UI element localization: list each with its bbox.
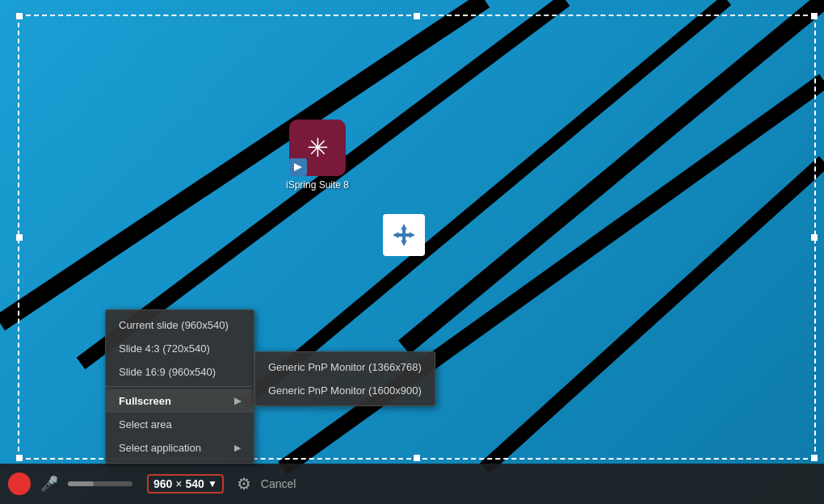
settings-icon[interactable]: ⚙ [237,474,251,494]
dimension-box: 960 × 540 ▼ [147,474,224,494]
volume-fill [68,481,94,486]
menu-divider-1 [106,386,254,387]
submenu-item-monitor-2[interactable]: Generic PnP Monitor (1600x900) [255,379,435,402]
select-app-arrow-icon: ▶ [234,443,241,453]
handle-ml[interactable] [16,234,23,241]
app-icon-ispring[interactable]: ✳ iSpring Suite 8 [281,120,354,191]
fullscreen-submenu: Generic PnP Monitor (1366x768) Generic P… [254,351,435,406]
svg-marker-12 [294,163,302,171]
handle-tc[interactable] [414,13,420,19]
microphone-icon[interactable]: 🎤 [40,475,58,493]
width-value[interactable]: 960 [153,477,172,490]
height-value[interactable]: 540 [186,477,204,490]
handle-mr[interactable] [811,234,818,241]
dimension-dropdown-icon[interactable]: ▼ [208,478,217,489]
handle-tr[interactable] [811,13,818,19]
handle-br[interactable] [811,455,818,461]
record-button[interactable] [8,472,31,495]
taskbar: 🎤 960 × 540 ▼ ⚙ Cancel [0,464,824,504]
app-icon-image: ✳ [289,120,346,176]
menu-item-slide-169[interactable]: Slide 16:9 (960x540) [106,360,254,384]
menu-item-fullscreen[interactable]: Fullscreen ▶ [106,389,254,413]
app-icon-label: iSpring Suite 8 [286,179,349,191]
main-context-menu: Current slide (960x540) Slide 4:3 (720x5… [105,309,254,464]
handle-bl[interactable] [16,455,23,461]
menu-item-slide-43[interactable]: Slide 4:3 (720x540) [106,337,254,360]
svg-line-0 [0,0,485,323]
handle-tl[interactable] [16,13,23,19]
app-icon-badge [289,158,307,176]
arrow-icon: ▶ [234,396,241,406]
move-cursor-icon [383,214,425,256]
submenu-item-monitor-1[interactable]: Generic PnP Monitor (1366x768) [255,355,435,379]
svg-rect-11 [397,233,410,237]
volume-bar[interactable] [68,481,132,486]
menu-item-select-area[interactable]: Select area [106,413,254,436]
cancel-button[interactable]: Cancel [261,477,296,490]
context-menu-container: Current slide (960x540) Slide 4:3 (720x5… [105,309,435,464]
dimension-separator: × [175,477,182,490]
menu-item-select-application[interactable]: Select application ▶ [106,436,254,460]
snowflake-icon: ✳ [307,132,329,163]
desktop: ✳ iSpring Suite 8 Current slide (960x540… [0,0,824,504]
svg-line-4 [404,0,824,347]
menu-item-current-slide[interactable]: Current slide (960x540) [106,313,254,337]
svg-line-5 [485,162,824,468]
